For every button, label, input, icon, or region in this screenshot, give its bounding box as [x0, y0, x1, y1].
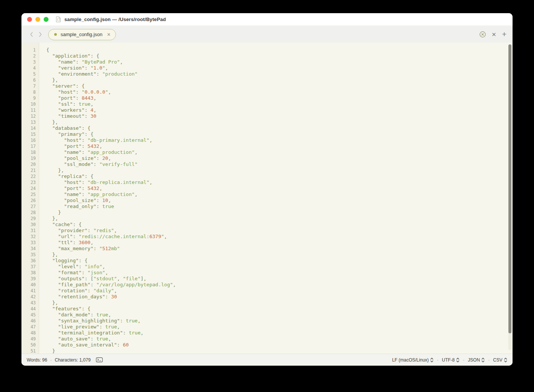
code-line[interactable]: }	[46, 348, 513, 354]
back-button[interactable]	[27, 30, 36, 39]
scrollbar-thumb[interactable]	[508, 44, 511, 333]
format-selector[interactable]: CSV	[493, 357, 507, 363]
code-line[interactable]: "ttl": 3600,	[46, 240, 513, 246]
line-number: 17	[21, 143, 39, 149]
code-line[interactable]: "file_path": "/var/log/app/bytepad.log",	[46, 282, 513, 288]
line-number: 45	[21, 312, 39, 318]
code-line[interactable]: "ssl": true,	[46, 101, 513, 107]
code-line[interactable]: "terminal_integration": true,	[46, 330, 513, 336]
code-line[interactable]: "dark_mode": true,	[46, 312, 513, 318]
line-number: 44	[21, 306, 39, 312]
code-line[interactable]: "level": "info",	[46, 264, 513, 270]
tab-bar-actions: ✕ +	[479, 31, 507, 38]
code-line[interactable]: "pool_size": 20,	[46, 155, 513, 161]
tab-bar: sample_config.json ✕ ✕ +	[21, 26, 513, 43]
zoom-window-button[interactable]	[44, 17, 49, 22]
code-line[interactable]: "provider": "redis",	[46, 228, 513, 234]
line-number: 41	[21, 288, 39, 294]
code-line[interactable]: "application": {	[46, 53, 513, 59]
code-line[interactable]: "name": "BytePad Pro",	[46, 59, 513, 65]
separator-dot: ·	[488, 357, 490, 363]
status-left: Words: 96 · Characters: 1,079	[27, 357, 103, 363]
code-line[interactable]: "version": "1.0",	[46, 65, 513, 71]
tab-label: sample_config.json	[61, 32, 102, 37]
line-number: 31	[21, 228, 39, 234]
code-line[interactable]: "features": {	[46, 306, 513, 312]
svg-text:{}: {}	[57, 18, 61, 21]
selector-label: UTF-8	[442, 357, 455, 363]
code-line[interactable]: "rotation": "daily",	[46, 288, 513, 294]
modified-dot-icon	[54, 33, 57, 36]
code-line[interactable]: "primary": {	[46, 131, 513, 137]
separator-dot: ·	[437, 357, 438, 363]
code-line[interactable]: "live_preview": true,	[46, 324, 513, 330]
code-line[interactable]: "port": 8443,	[46, 95, 513, 101]
code-line[interactable]: "server": {	[46, 83, 513, 89]
code-line[interactable]: "format": "json",	[46, 270, 513, 276]
code-line[interactable]: "pool_size": 10,	[46, 198, 513, 204]
code-line[interactable]: },	[46, 77, 513, 83]
code-line[interactable]: "port": 5432,	[46, 143, 513, 149]
line-number: 6	[21, 77, 39, 83]
line-number: 8	[21, 89, 39, 95]
forward-button[interactable]	[36, 30, 45, 39]
code-line[interactable]: "max_memory": "512mb"	[46, 246, 513, 252]
code-line[interactable]: "database": {	[46, 125, 513, 131]
line-number: 23	[21, 179, 39, 185]
minimize-window-button[interactable]	[35, 17, 40, 22]
document-icon: {}	[56, 16, 61, 23]
stepper-icon	[456, 357, 459, 363]
code-line[interactable]: {	[46, 47, 513, 53]
code-line[interactable]: "read_only": true	[46, 204, 513, 210]
tab-close-button[interactable]: ✕	[107, 32, 111, 37]
code-line[interactable]: "host": "db-primary.internal",	[46, 137, 513, 143]
line-number: 4	[21, 65, 39, 71]
line-ending-selector[interactable]: LF (macOS/Linux)	[392, 357, 434, 363]
code-line[interactable]: "host": "db-replica.internal",	[46, 179, 513, 185]
tab-sample-config[interactable]: sample_config.json ✕	[48, 29, 116, 40]
close-all-tabs-button[interactable]	[479, 31, 486, 38]
encoding-selector[interactable]: UTF-8	[442, 357, 459, 363]
code-line[interactable]: "syntax_highlighting": true,	[46, 318, 513, 324]
terminal-icon[interactable]	[96, 357, 103, 362]
code-line[interactable]: "name": "app_production",	[46, 191, 513, 198]
line-number: 35	[21, 252, 39, 258]
code-line[interactable]: "replica": {	[46, 173, 513, 179]
status-right: LF (macOS/Linux) · UTF-8 · JSON	[392, 357, 507, 363]
code-line[interactable]: "auto_save": true,	[46, 336, 513, 342]
line-number: 34	[21, 246, 39, 252]
code-line[interactable]: "cache": {	[46, 222, 513, 228]
code-line[interactable]: },	[46, 252, 513, 258]
close-window-button[interactable]	[27, 17, 32, 22]
code-line[interactable]: "outputs": ["stdout", "file"],	[46, 276, 513, 282]
status-bar: Words: 96 · Characters: 1,079 LF (macOS/…	[21, 354, 513, 366]
line-number: 13	[21, 119, 39, 125]
line-number: 9	[21, 95, 39, 101]
code-line[interactable]: },	[46, 216, 513, 222]
line-number: 48	[21, 330, 39, 336]
code-line[interactable]: },	[46, 300, 513, 306]
code-line[interactable]: "timeout": 30	[46, 113, 513, 119]
code-line[interactable]: "retention_days": 30	[46, 294, 513, 300]
line-number: 3	[21, 59, 39, 65]
code-line[interactable]: }	[46, 210, 513, 216]
code-line[interactable]: "host": "0.0.0.0",	[46, 89, 513, 95]
code-line[interactable]: },	[46, 167, 513, 173]
code-line[interactable]: "environment": "production"	[46, 71, 513, 77]
code-line[interactable]: "ssl_mode": "verify-full"	[46, 161, 513, 167]
code-line[interactable]: "workers": 4,	[46, 107, 513, 113]
code-line[interactable]: "url": "redis://cache.internal:6379",	[46, 234, 513, 240]
new-tab-button[interactable]: +	[502, 30, 507, 38]
line-number: 12	[21, 113, 39, 119]
stepper-icon	[481, 357, 485, 363]
line-number: 39	[21, 276, 39, 282]
code-line[interactable]: "auto_save_interval": 60	[46, 342, 513, 348]
code-line[interactable]: "name": "app_production",	[46, 149, 513, 155]
language-selector[interactable]: JSON	[468, 357, 485, 363]
code-content[interactable]: { "application": { "name": "BytePad Pro"…	[39, 43, 513, 354]
close-tab-button[interactable]: ✕	[491, 32, 496, 37]
code-line[interactable]: "port": 5432,	[46, 185, 513, 191]
line-numbers: 1234567891011121314151617181920212223242…	[21, 43, 39, 354]
code-line[interactable]: "logging": {	[46, 258, 513, 264]
code-line[interactable]: },	[46, 119, 513, 125]
